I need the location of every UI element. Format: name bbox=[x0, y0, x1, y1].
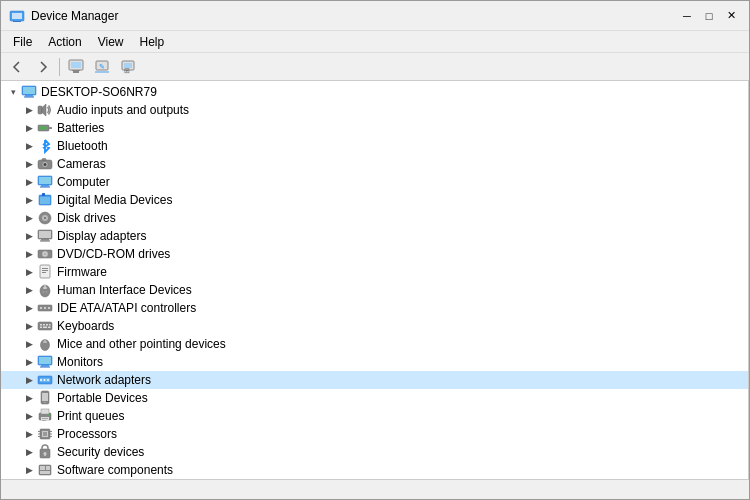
svg-rect-98 bbox=[40, 466, 45, 470]
tree-root[interactable]: ▾ DESKTOP-SO6NR79 bbox=[1, 83, 748, 101]
dvd-expand[interactable]: ▶ bbox=[21, 246, 37, 262]
hid-expand[interactable]: ▶ bbox=[21, 282, 37, 298]
svg-rect-66 bbox=[43, 341, 47, 343]
mice-expand[interactable]: ▶ bbox=[21, 336, 37, 352]
display-expand[interactable]: ▶ bbox=[21, 228, 37, 244]
portable-expand[interactable]: ▶ bbox=[21, 390, 37, 406]
toolbar: ✎ ⊞ bbox=[1, 53, 749, 81]
tree-item-network[interactable]: ▶ Network adapters bbox=[1, 371, 748, 389]
maximize-button[interactable]: □ bbox=[699, 7, 719, 25]
scan-button[interactable]: ⊞ bbox=[116, 56, 140, 78]
status-bar bbox=[1, 479, 749, 499]
firmware-expand[interactable]: ▶ bbox=[21, 264, 37, 280]
tree-item-security[interactable]: ▶ Security devices bbox=[1, 443, 748, 461]
tree-item-disk[interactable]: ▶ Disk drives bbox=[1, 209, 748, 227]
svg-point-75 bbox=[47, 379, 49, 381]
menu-file[interactable]: File bbox=[7, 33, 38, 51]
processors-expand[interactable]: ▶ bbox=[21, 426, 37, 442]
monitors-expand[interactable]: ▶ bbox=[21, 354, 37, 370]
keyboards-expand[interactable]: ▶ bbox=[21, 318, 37, 334]
cameras-expand[interactable]: ▶ bbox=[21, 156, 37, 172]
tree-item-batteries[interactable]: ▶ Batteries bbox=[1, 119, 748, 137]
tree-item-swcomp[interactable]: ▶ Software components bbox=[1, 461, 748, 479]
svg-rect-32 bbox=[42, 193, 45, 196]
print-icon bbox=[37, 408, 53, 424]
svg-rect-2 bbox=[14, 19, 20, 21]
device-tree[interactable]: ▾ DESKTOP-SO6NR79 ▶ bbox=[1, 81, 749, 479]
svg-rect-20 bbox=[49, 127, 52, 129]
svg-text:✎: ✎ bbox=[99, 63, 105, 70]
tree-item-computer[interactable]: ▶ Computer bbox=[1, 173, 748, 191]
digital-expand[interactable]: ▶ bbox=[21, 192, 37, 208]
disk-expand[interactable]: ▶ bbox=[21, 210, 37, 226]
tree-item-monitors[interactable]: ▶ Monitors bbox=[1, 353, 748, 371]
tree-item-audio[interactable]: ▶ Audio inputs and outputs bbox=[1, 101, 748, 119]
update-driver-button[interactable]: ✎ bbox=[90, 56, 114, 78]
disk-label: Disk drives bbox=[57, 211, 116, 225]
tree-item-mice[interactable]: ▶ Mice and other pointing devices bbox=[1, 335, 748, 353]
cameras-icon bbox=[37, 156, 53, 172]
keyboards-icon bbox=[37, 318, 53, 334]
tree-item-hid[interactable]: ▶ Human Interface Devices bbox=[1, 281, 748, 299]
network-expand[interactable]: ▶ bbox=[21, 372, 37, 388]
computer-expand[interactable]: ▶ bbox=[21, 174, 37, 190]
svg-rect-87 bbox=[43, 432, 47, 436]
svg-rect-27 bbox=[39, 177, 51, 184]
svg-rect-3 bbox=[13, 21, 21, 22]
svg-text:⊞: ⊞ bbox=[124, 67, 130, 74]
svg-point-74 bbox=[44, 379, 46, 381]
svg-rect-37 bbox=[39, 231, 51, 238]
tree-item-display[interactable]: ▶ Display adapters bbox=[1, 227, 748, 245]
tree-item-dvd[interactable]: ▶ DVD/CD-ROM drives bbox=[1, 245, 748, 263]
svg-rect-39 bbox=[40, 241, 50, 242]
svg-rect-28 bbox=[41, 185, 49, 187]
ide-expand[interactable]: ▶ bbox=[21, 300, 37, 316]
batteries-label: Batteries bbox=[57, 121, 104, 135]
security-expand[interactable]: ▶ bbox=[21, 444, 37, 460]
svg-point-42 bbox=[44, 253, 46, 255]
svg-rect-21 bbox=[40, 127, 47, 130]
tree-item-firmware[interactable]: ▶ Firmware bbox=[1, 263, 748, 281]
properties-button[interactable] bbox=[64, 56, 88, 78]
svg-rect-82 bbox=[42, 418, 48, 419]
tree-item-ide[interactable]: ▶ IDE ATA/ATAPI controllers bbox=[1, 299, 748, 317]
tree-item-cameras[interactable]: ▶ Cameras bbox=[1, 155, 748, 173]
tree-item-portable[interactable]: ▶ Portable Devices bbox=[1, 389, 748, 407]
tree-item-print[interactable]: ▶ Print queues bbox=[1, 407, 748, 425]
swcomp-icon bbox=[37, 462, 53, 478]
svg-rect-56 bbox=[38, 322, 52, 330]
svg-rect-99 bbox=[46, 466, 50, 470]
bluetooth-expand[interactable]: ▶ bbox=[21, 138, 37, 154]
svg-point-35 bbox=[44, 217, 46, 219]
menu-action[interactable]: Action bbox=[42, 33, 87, 51]
computer-icon bbox=[21, 84, 37, 100]
print-expand[interactable]: ▶ bbox=[21, 408, 37, 424]
firmware-icon bbox=[37, 264, 53, 280]
svg-rect-10 bbox=[95, 71, 109, 73]
minimize-button[interactable]: ─ bbox=[677, 7, 697, 25]
menu-view[interactable]: View bbox=[92, 33, 130, 51]
svg-rect-55 bbox=[48, 307, 50, 309]
svg-rect-57 bbox=[40, 324, 42, 326]
tree-item-bluetooth[interactable]: ▶ Bluetooth bbox=[1, 137, 748, 155]
forward-button[interactable] bbox=[31, 56, 55, 78]
back-button[interactable] bbox=[5, 56, 29, 78]
svg-rect-80 bbox=[41, 409, 49, 414]
tree-item-digital[interactable]: ▶ Digital Media Devices bbox=[1, 191, 748, 209]
svg-rect-17 bbox=[24, 97, 34, 98]
close-button[interactable]: ✕ bbox=[721, 7, 741, 25]
menu-help[interactable]: Help bbox=[134, 33, 171, 51]
audio-expand[interactable]: ▶ bbox=[21, 102, 37, 118]
swcomp-expand[interactable]: ▶ bbox=[21, 462, 37, 478]
tree-item-keyboards[interactable]: ▶ Keyboards bbox=[1, 317, 748, 335]
cameras-label: Cameras bbox=[57, 157, 106, 171]
batteries-expand[interactable]: ▶ bbox=[21, 120, 37, 136]
processors-icon bbox=[37, 426, 53, 442]
root-expand[interactable]: ▾ bbox=[5, 84, 21, 100]
keyboards-label: Keyboards bbox=[57, 319, 114, 333]
menu-bar: File Action View Help bbox=[1, 31, 749, 53]
tree-item-processors[interactable]: ▶ Processors bbox=[1, 425, 748, 443]
svg-rect-61 bbox=[40, 327, 42, 329]
audio-icon bbox=[37, 102, 53, 118]
dvd-label: DVD/CD-ROM drives bbox=[57, 247, 170, 261]
